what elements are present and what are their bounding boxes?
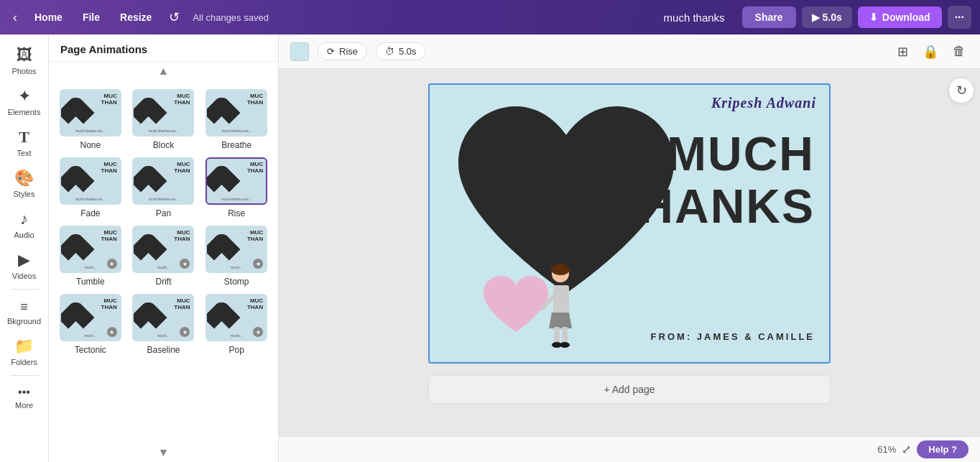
svg-point-7 <box>560 342 570 348</box>
animation-rise-label: Rise <box>228 208 245 218</box>
svg-rect-5 <box>562 327 568 344</box>
sidebar-item-text[interactable]: T Text <box>3 122 46 162</box>
animation-block-thumb[interactable]: MUCTHAN much-thanks-cre... <box>132 89 194 137</box>
animation-baseline[interactable]: MUCTHAN much... ★ Baseline <box>131 294 197 355</box>
share-button[interactable]: Share <box>742 6 796 28</box>
svg-rect-2 <box>553 285 569 314</box>
sidebar-item-folders[interactable]: 📁 Folders <box>3 331 46 371</box>
back-button[interactable]: ‹ <box>9 9 22 27</box>
design-card[interactable]: Kripesh Adwani MUCH THANKS <box>428 83 831 364</box>
sidebar-item-photos[interactable]: 🖼 Photos <box>3 40 46 80</box>
animation-tectonic-thumb[interactable]: MUCTHAN much... ★ <box>60 294 121 341</box>
delete-button[interactable]: 🗑 <box>950 41 969 62</box>
animation-pan[interactable]: MUCTHAN much-thanks-cre... Pan <box>131 157 197 218</box>
preview-label: 5.0s <box>823 11 842 23</box>
animation-baseline-label: Baseline <box>147 345 180 355</box>
audio-icon: ♪ <box>20 210 28 228</box>
sidebar-label-folders: Folders <box>11 358 37 366</box>
animation-block[interactable]: MUCTHAN much-thanks-cre... Block <box>131 89 197 150</box>
text-icon: T <box>19 128 29 147</box>
undo-button[interactable]: ↺ <box>165 8 184 27</box>
download-label: Download <box>882 11 930 23</box>
main-layout: 🖼 Photos ✦ Elements T Text 🎨 Styles ♪ Au… <box>0 34 980 462</box>
animation-none-label: None <box>80 140 101 150</box>
download-icon: ⬇ <box>869 11 878 23</box>
videos-icon: ▶ <box>18 251 30 269</box>
sidebar-item-elements[interactable]: ✦ Elements <box>3 81 46 121</box>
more-icon: ••• <box>18 386 30 399</box>
animation-drift[interactable]: MUCTHAN much... ★ Drift <box>131 226 197 287</box>
folders-icon: 📁 <box>14 337 34 356</box>
animation-fade-label: Fade <box>80 208 100 218</box>
elements-icon: ✦ <box>18 87 31 106</box>
left-sidebar: 🖼 Photos ✦ Elements T Text 🎨 Styles ♪ Au… <box>0 34 49 462</box>
sidebar-label-audio: Audio <box>14 231 34 239</box>
sidebar-item-styles[interactable]: 🎨 Styles <box>3 163 46 203</box>
animation-rise-thumb[interactable]: MUCTHAN much-thanks-cre... <box>205 157 267 205</box>
sidebar-item-videos[interactable]: ▶ Videos <box>3 245 46 285</box>
timer-label: 5.0s <box>399 46 417 57</box>
preview-button[interactable]: ▶ 5.0s <box>802 6 852 28</box>
animation-selector-label: Rise <box>339 46 358 57</box>
bottom-bar: 61% ⤢ Help ? <box>279 436 980 462</box>
animation-pan-thumb[interactable]: MUCTHAN much-thanks-cre... <box>132 157 194 205</box>
signature-text: Kripesh Adwani <box>711 95 816 111</box>
animation-fade-thumb[interactable]: MUCTHAN much-thanks-cre... <box>60 157 121 205</box>
animation-pop[interactable]: MUCTHAN much... ★ Pop <box>203 294 269 355</box>
background-icon: ≡ <box>20 300 28 315</box>
animation-stomp-label: Stomp <box>224 277 249 287</box>
sidebar-label-photos: Photos <box>11 67 36 75</box>
animation-rise[interactable]: MUCTHAN much-thanks-cre... Rise <box>203 157 269 218</box>
animation-none-thumb[interactable]: MUCTHAN much-thanks-cre... <box>60 89 121 137</box>
photos-icon: 🖼 <box>17 46 32 65</box>
sidebar-item-background[interactable]: ≡ Bkground <box>3 294 46 330</box>
sidebar-item-more[interactable]: ••• More <box>3 380 46 414</box>
animation-stomp-thumb[interactable]: MUCTHAN much... ★ <box>205 226 267 273</box>
animation-tectonic-label: Tectonic <box>75 345 106 355</box>
home-button[interactable]: Home <box>27 9 70 26</box>
styles-icon: 🎨 <box>14 169 34 188</box>
animation-fade[interactable]: MUCTHAN much-thanks-cre... Fade <box>57 157 124 218</box>
animation-none[interactable]: MUCTHAN much-thanks-cre... None <box>57 89 124 150</box>
animation-tumble-thumb[interactable]: MUCTHAN much... ★ <box>60 226 121 273</box>
animations-scroll[interactable]: MUCTHAN much-thanks-cre... None MUCTHAN … <box>49 80 278 443</box>
animation-breathe-thumb[interactable]: MUCTHAN much-thanks-cre... <box>205 89 267 137</box>
animation-stomp[interactable]: MUCTHAN much... ★ Stomp <box>203 226 269 287</box>
animation-selector-icon: ⟳ <box>327 46 335 57</box>
template-layout-button[interactable]: ⊞ <box>895 41 911 63</box>
animation-drift-label: Drift <box>155 277 171 287</box>
svg-rect-4 <box>554 327 560 344</box>
animation-pop-thumb[interactable]: MUCTHAN much... ★ <box>205 294 267 341</box>
more-options-button[interactable]: ··· <box>948 6 971 29</box>
help-button[interactable]: Help ? <box>917 440 969 458</box>
sidebar-label-styles: Styles <box>14 190 35 198</box>
lock-button[interactable]: 🔒 <box>920 41 941 63</box>
animation-breathe-label: Breathe <box>221 140 251 150</box>
scroll-down-arrow[interactable]: ▼ <box>49 443 278 462</box>
animation-block-label: Block <box>153 140 174 150</box>
fullscreen-button[interactable]: ⤢ <box>902 443 911 456</box>
animation-tectonic[interactable]: MUCTHAN much... ★ Tectonic <box>57 294 124 355</box>
animation-selector[interactable]: ⟳ Rise <box>318 42 367 60</box>
color-swatch[interactable] <box>290 42 309 61</box>
svg-marker-3 <box>549 313 572 328</box>
scroll-up-arrow[interactable]: ▲ <box>49 62 278 80</box>
canvas-scroll[interactable]: Kripesh Adwani MUCH THANKS <box>279 69 980 436</box>
animation-tumble[interactable]: MUCTHAN much... ★ Tumble <box>57 226 124 287</box>
animations-panel: Page Animations ▲ MUCTHAN much-thanks-cr… <box>49 34 279 462</box>
animation-breathe[interactable]: MUCTHAN much-thanks-cre... Breathe <box>203 89 269 150</box>
woman-figure <box>537 264 584 356</box>
animation-baseline-thumb[interactable]: MUCTHAN much... ★ <box>132 294 194 341</box>
timer-control[interactable]: ⏱ 5.0s <box>376 42 426 60</box>
add-page-label: + Add page <box>604 384 655 395</box>
file-button[interactable]: File <box>75 9 107 26</box>
sidebar-label-background: Bkground <box>7 317 41 325</box>
sidebar-item-audio[interactable]: ♪ Audio <box>3 204 46 244</box>
play-icon: ▶ <box>812 11 820 23</box>
animations-grid: MUCTHAN much-thanks-cre... None MUCTHAN … <box>57 89 269 355</box>
animation-drift-thumb[interactable]: MUCTHAN much... ★ <box>132 226 194 273</box>
timer-icon: ⏱ <box>385 46 394 57</box>
download-button[interactable]: ⬇ Download <box>858 6 942 28</box>
resize-button[interactable]: Resize <box>113 9 159 26</box>
add-page-button[interactable]: + Add page <box>428 375 831 404</box>
